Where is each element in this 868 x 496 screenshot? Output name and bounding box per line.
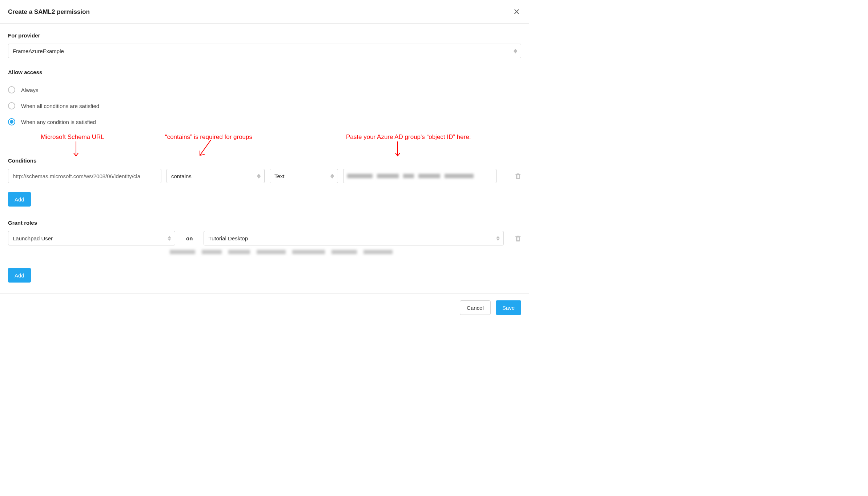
- provider-select[interactable]: FrameAzureExample: [8, 44, 521, 58]
- save-button[interactable]: Save: [496, 300, 521, 315]
- modal-body: For provider FrameAzureExample Allow acc…: [0, 24, 529, 293]
- modal-header: Create a SAML2 permission ✕: [0, 0, 529, 24]
- delete-condition-button[interactable]: [515, 172, 521, 180]
- chevron-sort-icon: [330, 173, 334, 179]
- delete-role-button[interactable]: [515, 235, 521, 242]
- access-option-any-condition[interactable]: When any condition is satisfied: [8, 118, 521, 125]
- provider-label: For provider: [8, 32, 521, 39]
- annotation-schema: Microsoft Schema URL: [41, 133, 104, 141]
- radio-icon: [8, 118, 15, 125]
- trash-icon: [515, 235, 521, 241]
- provider-select-value: FrameAzureExample: [13, 48, 64, 54]
- chevron-sort-icon: [168, 235, 171, 241]
- annotation-objectid: Paste your Azure AD group's “object ID” …: [346, 133, 471, 141]
- arrow-icon: [198, 140, 212, 157]
- condition-operator-select[interactable]: contains: [166, 169, 265, 183]
- condition-claim-input[interactable]: [8, 169, 161, 183]
- button-label: Add: [15, 196, 24, 203]
- add-condition-button[interactable]: Add: [8, 192, 31, 207]
- access-option-all-conditions[interactable]: When all conditions are satisfied: [8, 102, 521, 109]
- on-text: on: [186, 235, 193, 241]
- radio-icon: [8, 86, 15, 93]
- close-icon: ✕: [513, 7, 520, 16]
- roles-label: Grant roles: [8, 220, 521, 226]
- add-role-button[interactable]: Add: [8, 268, 31, 283]
- conditions-row: contains Text: [8, 169, 521, 183]
- chevron-sort-icon: [257, 173, 261, 179]
- select-value: contains: [171, 173, 192, 179]
- modal-footer: Cancel Save: [0, 293, 529, 321]
- access-label: Allow access: [8, 69, 521, 75]
- button-label: Cancel: [467, 305, 484, 311]
- role-select[interactable]: Launchpad User: [8, 231, 175, 245]
- close-button[interactable]: ✕: [512, 7, 521, 17]
- access-radio-group: Allow access Always When all conditions …: [8, 69, 521, 125]
- radio-icon: [8, 102, 15, 109]
- condition-value-input[interactable]: [343, 169, 497, 183]
- redacted-content: [8, 250, 521, 257]
- annotation-row: Microsoft Schema URL “contains” is requi…: [8, 133, 521, 160]
- access-option-always[interactable]: Always: [8, 86, 521, 93]
- radio-label: When all conditions are satisfied: [21, 103, 99, 109]
- select-value: Text: [274, 173, 285, 179]
- roles-row: Launchpad User on Tutorial Desktop: [8, 231, 521, 245]
- arrow-icon: [73, 141, 79, 159]
- redacted-content: [347, 174, 474, 178]
- chevron-sort-icon: [496, 235, 500, 241]
- select-value: Tutorial Desktop: [208, 235, 248, 241]
- condition-type-select[interactable]: Text: [270, 169, 338, 183]
- arrow-icon: [394, 141, 401, 159]
- role-target-select[interactable]: Tutorial Desktop: [204, 231, 504, 245]
- select-value: Launchpad User: [13, 235, 53, 241]
- trash-icon: [515, 173, 521, 179]
- button-label: Save: [502, 305, 515, 311]
- chevron-sort-icon: [514, 48, 517, 54]
- radio-label: When any condition is satisfied: [21, 119, 96, 125]
- annotation-contains: “contains” is required for groups: [165, 133, 252, 141]
- modal-title: Create a SAML2 permission: [8, 8, 90, 16]
- button-label: Add: [15, 272, 24, 279]
- radio-label: Always: [21, 87, 39, 93]
- cancel-button[interactable]: Cancel: [460, 300, 491, 315]
